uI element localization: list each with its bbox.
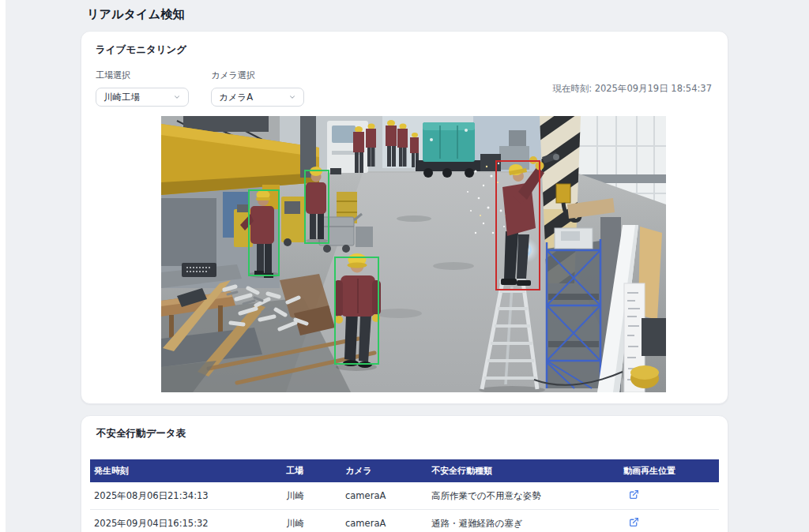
detection-box-worker-at-bench	[248, 189, 280, 276]
detection-box-worker-on-ladder	[495, 160, 540, 290]
chevron-down-icon	[173, 93, 181, 101]
camera-select-label: カメラ選択	[211, 69, 304, 81]
blue-rack	[547, 228, 600, 388]
monitor-card-title: ライブモニタリング	[96, 43, 713, 57]
table-row: 2025年09月04日16:15:32川崎cameraA通路・避難経路の塞ぎ	[90, 510, 719, 532]
main-content: リアルタイム検知 ライブモニタリング 工場選択 川崎工場 カメラ選択	[81, 0, 728, 532]
camera-select-value: カメラA	[219, 92, 253, 103]
video-playback-link external-link-icon[interactable]	[629, 489, 639, 500]
camera-select-field: カメラ選択 カメラA	[211, 69, 304, 107]
unsafe-behavior-table-card: 不安全行動データ表 発生時刻工場カメラ不安全行動種類動画再生位置 2025年08…	[81, 415, 728, 532]
camera-select[interactable]: カメラA	[211, 88, 304, 107]
page-left-edge	[0, 0, 6, 532]
detection-box-worker-walking	[334, 257, 379, 365]
column-header-2: カメラ	[341, 465, 427, 477]
column-header-1: 工場	[282, 465, 341, 477]
cell-factory: 川崎	[282, 490, 341, 502]
chevron-down-icon	[288, 93, 296, 101]
table-row: 2025年08月06日21:34:13川崎cameraA高所作業での不用意な姿勢	[90, 482, 719, 510]
cell-camera: cameraA	[341, 518, 427, 529]
cell-video-link	[619, 489, 719, 502]
monitor-controls: 工場選択 川崎工場 カメラ選択 カメラA	[96, 69, 713, 107]
detection-box-worker-background	[304, 170, 329, 244]
factory-scene	[161, 116, 666, 392]
video-playback-link external-link-icon[interactable]	[629, 517, 639, 527]
column-header-3: 不安全行動種類	[427, 465, 619, 477]
column-header-0: 発生時刻	[90, 465, 282, 477]
factory-select-label: 工場選択	[96, 69, 189, 81]
unsafe-behavior-table: 発生時刻工場カメラ不安全行動種類動画再生位置 2025年08月06日21:34:…	[90, 459, 719, 532]
factory-select-value: 川崎工場	[103, 92, 140, 103]
page-title: リアルタイム検知	[87, 7, 728, 22]
factory-select[interactable]: 川崎工場	[96, 88, 189, 107]
table-header-row: 発生時刻工場カメラ不安全行動種類動画再生位置	[90, 459, 719, 482]
camera-feed	[161, 116, 666, 392]
factory-select-field: 工場選択 川崎工場	[96, 69, 189, 107]
cell-camera: cameraA	[341, 490, 427, 501]
cell-time: 2025年09月04日16:15:32	[90, 518, 282, 530]
live-monitoring-card: ライブモニタリング 工場選択 川崎工場 カメラ選択 カメラA	[81, 31, 728, 404]
column-header-4: 動画再生位置	[619, 465, 719, 477]
cell-type: 通路・避難経路の塞ぎ	[427, 518, 619, 530]
current-time: 現在時刻: 2025年09月19日 18:54:37	[552, 83, 712, 95]
cell-factory: 川崎	[282, 518, 341, 530]
cell-video-link	[619, 517, 719, 530]
cell-type: 高所作業での不用意な姿勢	[427, 490, 619, 502]
table-body: 2025年08月06日21:34:13川崎cameraA高所作業での不用意な姿勢…	[90, 482, 719, 532]
table-card-title: 不安全行動データ表	[96, 427, 719, 440]
cell-time: 2025年08月06日21:34:13	[90, 490, 282, 502]
